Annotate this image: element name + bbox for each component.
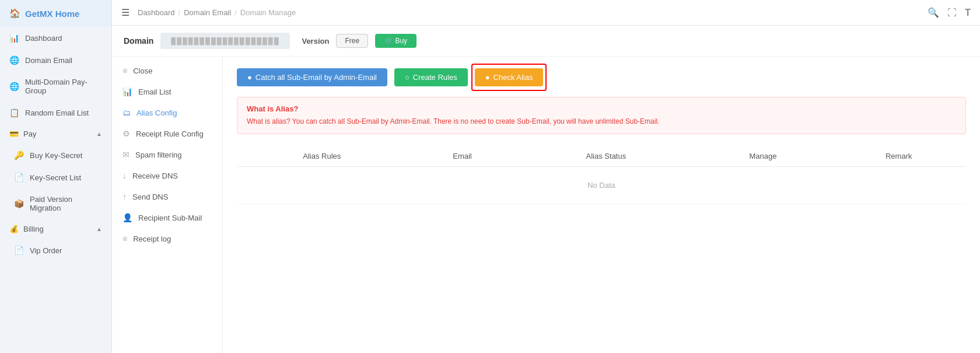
- sidebar-item-label: Key-Secret List: [30, 173, 81, 182]
- catch-all-button[interactable]: ● Catch all Sub-Email by Admin-Email: [237, 68, 387, 86]
- font-icon[interactable]: T: [965, 8, 971, 18]
- sidebar-group-pay[interactable]: 💳 Pay ▲: [0, 124, 111, 144]
- sidebar-item-domain-email[interactable]: 🌐 Domain Email: [0, 49, 111, 71]
- sidebar-item-paid-migration[interactable]: 📦 Paid Version Migration: [5, 188, 111, 219]
- sidebar: 🏠 GetMX Home 📊 Dashboard 🌐 Domain Email …: [0, 0, 112, 353]
- receive-dns-icon: ↓: [123, 171, 127, 180]
- random-email-icon: 📋: [9, 108, 19, 117]
- buy-button[interactable]: 🛒 Buy: [375, 34, 416, 48]
- sub-nav: ≡ Close 📊 Email List 🗂 Alias Config ⚙ Re…: [112, 57, 223, 353]
- col-alias-rules: Alias Rules: [237, 146, 407, 167]
- sidebar-item-label: Paid Version Migration: [30, 195, 102, 212]
- sub-nav-label: Send DNS: [132, 193, 168, 201]
- sub-nav-label: Recipient Sub-Mail: [138, 214, 202, 222]
- main-area: ☰ Dashboard / Domain Email / Domain Mana…: [112, 0, 980, 353]
- sub-nav-email-list[interactable]: 📊 Email List: [112, 81, 222, 102]
- col-email: Email: [407, 146, 518, 167]
- sub-nav-receive-dns[interactable]: ↓ Receive DNS: [112, 165, 222, 186]
- content-area: ≡ Close 📊 Email List 🗂 Alias Config ⚙ Re…: [112, 57, 980, 353]
- sidebar-item-label: Multi-Domain Pay-Group: [25, 78, 102, 95]
- sidebar-logo[interactable]: 🏠 GetMX Home: [0, 0, 111, 27]
- breadcrumb-current: Domain Manage: [240, 8, 296, 17]
- key-list-icon: 📄: [14, 173, 24, 182]
- breadcrumb-sep-1: /: [178, 8, 181, 17]
- sub-nav-label: Alias Config: [136, 109, 177, 117]
- info-box-title: What is Alias?: [247, 104, 956, 113]
- receipt-rule-icon: ⚙: [123, 129, 130, 138]
- pay-icon: 💳: [9, 130, 19, 138]
- sidebar-item-label: Random Email List: [25, 109, 89, 117]
- sub-nav-label: Receipt log: [133, 235, 171, 243]
- recipient-submail-icon: 👤: [123, 213, 132, 222]
- col-remark: Remark: [831, 146, 966, 167]
- sub-nav-label: Close: [133, 67, 152, 75]
- receipt-log-icon: ≡: [123, 234, 127, 243]
- domain-value: ███████████████████: [160, 33, 290, 49]
- sub-nav-send-dns[interactable]: ↑ Send DNS: [112, 186, 222, 207]
- sub-nav-label: Spam filtering: [135, 151, 181, 159]
- sidebar-item-multi-domain[interactable]: 🌐 Multi-Domain Pay-Group: [0, 71, 111, 102]
- breadcrumb-domain-email[interactable]: Domain Email: [184, 8, 231, 17]
- breadcrumb-dashboard[interactable]: Dashboard: [138, 8, 175, 17]
- col-manage: Manage: [694, 146, 831, 167]
- sub-nav-label: Email List: [138, 88, 171, 96]
- vip-order-icon: 📄: [14, 246, 24, 255]
- multi-domain-icon: 🌐: [9, 82, 19, 91]
- sidebar-item-label: Buy Key-Secret: [30, 151, 82, 160]
- main-content: ● Catch all Sub-Email by Admin-Email ○ C…: [223, 57, 980, 353]
- email-list-icon: 📊: [123, 87, 132, 96]
- info-box-description: What is alias? You can catch all Sub-Ema…: [247, 116, 956, 127]
- sub-nav-alias-config[interactable]: 🗂 Alias Config: [112, 102, 222, 123]
- breadcrumb: ☰ Dashboard / Domain Email / Domain Mana…: [121, 7, 296, 18]
- buy-key-icon: 🔑: [14, 151, 24, 160]
- alias-table: Alias Rules Email Alias Status Manage Re…: [237, 146, 966, 204]
- menu-toggle-icon[interactable]: ☰: [121, 7, 130, 18]
- circle-icon: ○: [405, 73, 410, 82]
- sidebar-item-label: Dashboard: [25, 34, 62, 43]
- sub-nav-spam-filtering[interactable]: ✉ Spam filtering: [112, 144, 222, 165]
- alias-dot-icon: ●: [485, 73, 490, 82]
- paid-migration-icon: 📦: [14, 199, 24, 208]
- arrow-annotation: [398, 57, 468, 60]
- sidebar-item-key-list[interactable]: 📄 Key-Secret List: [5, 166, 111, 188]
- sidebar-item-vip-order[interactable]: 📄 Vip Order: [5, 239, 111, 261]
- col-alias-status: Alias Status: [517, 146, 694, 167]
- sidebar-group-billing[interactable]: 💰 Billing ▲: [0, 219, 111, 239]
- action-row: ● Catch all Sub-Email by Admin-Email ○ C…: [237, 68, 966, 86]
- table-row-empty: No Data: [237, 167, 966, 204]
- sub-nav-label: Receipt Rule Config: [136, 130, 204, 138]
- topbar: ☰ Dashboard / Domain Email / Domain Mana…: [112, 0, 980, 26]
- dashboard-icon: 📊: [9, 33, 19, 43]
- spam-filter-icon: ✉: [123, 150, 130, 159]
- sub-nav-receipt-log[interactable]: ≡ Receipt log: [112, 228, 222, 249]
- sidebar-item-buy-key[interactable]: 🔑 Buy Key-Secret: [5, 144, 111, 166]
- home-icon: 🏠: [9, 8, 20, 19]
- sidebar-logo-label: GetMX Home: [25, 9, 79, 19]
- alias-button-wrapper: ● Check Alias: [475, 68, 544, 86]
- sidebar-item-label: Domain Email: [25, 56, 72, 65]
- sidebar-group-label: Pay: [23, 130, 36, 138]
- expand-icon[interactable]: ⛶: [947, 8, 957, 18]
- domain-label: Domain: [124, 36, 153, 46]
- version-label: Version: [302, 37, 329, 46]
- dot-icon: ●: [247, 73, 252, 82]
- free-button[interactable]: Free: [336, 34, 368, 48]
- billing-icon: 💰: [9, 225, 19, 233]
- sub-nav-recipient-submail[interactable]: 👤 Recipient Sub-Mail: [112, 207, 222, 228]
- search-icon[interactable]: 🔍: [928, 7, 939, 18]
- send-dns-icon: ↑: [123, 192, 127, 201]
- sub-nav-label: Receive DNS: [132, 172, 178, 180]
- domain-bar: Domain ███████████████████ Version Free …: [112, 26, 980, 57]
- topbar-actions: 🔍 ⛶ T: [928, 7, 971, 18]
- sidebar-item-label: Vip Order: [30, 246, 62, 255]
- sidebar-item-dashboard[interactable]: 📊 Dashboard: [0, 27, 111, 49]
- sidebar-item-random-email[interactable]: 📋 Random Email List: [0, 102, 111, 124]
- sub-nav-close[interactable]: ≡ Close: [112, 60, 222, 81]
- info-box: What is Alias? What is alias? You can ca…: [237, 97, 966, 134]
- breadcrumb-sep-2: /: [235, 8, 237, 17]
- sub-nav-receipt-rule[interactable]: ⚙ Receipt Rule Config: [112, 123, 222, 144]
- check-alias-button[interactable]: ● Check Alias: [475, 68, 544, 86]
- create-rules-button[interactable]: ○ Create Rules: [394, 68, 468, 86]
- sidebar-group-label: Billing: [23, 225, 44, 233]
- domain-email-icon: 🌐: [9, 55, 19, 65]
